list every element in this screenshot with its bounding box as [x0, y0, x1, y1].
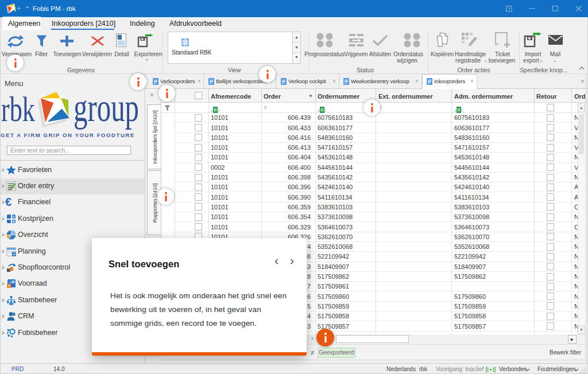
- svg-text:group: group: [74, 92, 139, 130]
- svg-text:rbk: rbk: [1, 92, 35, 128]
- svg-text:?: ?: [508, 6, 510, 11]
